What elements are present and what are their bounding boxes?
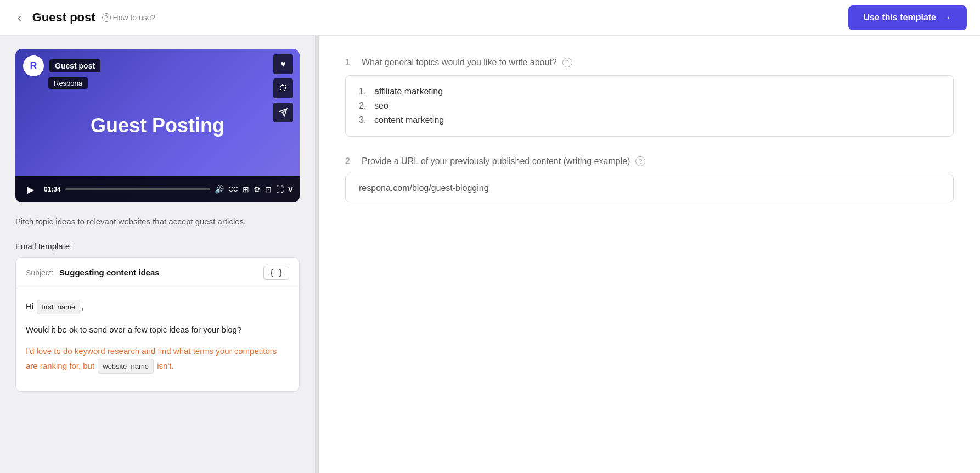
answer-num-3: 3. [359,115,370,125]
first-name-tag[interactable]: first_name [37,300,80,314]
main-layout: R Guest post Respona ♥ ⏱ Guest Posting ▶… [0,36,980,473]
email-paragraph-2: I'd love to do keyword research and find… [26,344,289,374]
question-1-text: What general topics would you like to wr… [362,58,557,67]
answer-text-2: seo [374,101,388,111]
video-time: 01:34 [44,185,61,193]
question-1-section: 1 What general topics would you like to … [345,58,954,137]
question-1-number: 1 [345,58,356,67]
greeting-comma: , [81,302,83,311]
question-1-answer-box: 1. affiliate marketing 2. seo 3. content… [345,75,954,137]
left-panel: R Guest post Respona ♥ ⏱ Guest Posting ▶… [0,36,316,473]
email-paragraph-1: Would it be ok to send over a few topic … [26,322,289,337]
email-subject-content: Subject: Suggesting content ideas [26,268,160,278]
template-description: Pitch topic ideas to relevant websites t… [15,216,300,228]
website-name-tag[interactable]: website_name [98,359,154,374]
use-template-label: Use this template [864,13,936,22]
how-to-use-link[interactable]: ? How to use? [102,13,156,22]
answer-item-3: 3. content marketing [359,115,940,125]
answer-num-1: 1. [359,87,370,97]
email-body: Hi first_name, Would it be ok to send ov… [16,288,299,392]
control-icons: 🔊 CC ⊞ ⚙ ⊡ ⛶ V [215,185,293,194]
question-2-section: 2 Provide a URL of your previously publi… [345,156,954,202]
question-2-text: Provide a URL of your previously publish… [362,156,630,166]
page-title: Guest post [32,10,95,25]
use-template-button[interactable]: Use this template → [848,5,967,30]
video-main-title: Guest Posting [91,114,224,137]
arrow-icon: → [942,12,951,24]
greeting-hi: Hi [26,302,33,311]
question-1-help-icon[interactable]: ? [562,58,572,67]
transcript-icon[interactable]: ⊞ [243,185,249,194]
variables-button[interactable]: { } [263,266,289,280]
email-greeting: Hi first_name, [26,299,289,314]
video-title-badge: Guest post [49,59,100,72]
back-button[interactable]: ‹ [13,9,26,26]
send-icon[interactable] [273,103,293,122]
answer-item-1: 1. affiliate marketing [359,87,940,97]
video-logo: R [23,55,44,76]
question-2-help-icon[interactable]: ? [635,156,645,166]
email-label: Email template: [15,241,300,251]
video-controls: ▶ 01:34 🔊 CC ⊞ ⚙ ⊡ ⛶ V [15,176,300,202]
settings-icon[interactable]: ⚙ [254,185,261,194]
email-box: Subject: Suggesting content ideas { } Hi… [15,257,300,392]
cc-icon[interactable]: CC [228,185,238,193]
question-2-url-input[interactable]: respona.com/blog/guest-blogging [345,174,954,202]
answer-text-3: content marketing [374,115,444,125]
video-thumbnail: R Guest post Respona ♥ ⏱ Guest Posting ▶… [15,49,300,202]
answer-item-2: 2. seo [359,101,940,111]
subject-label: Subject: [26,268,54,277]
subject-value: Suggesting content ideas [59,268,160,277]
question-2-header: 2 Provide a URL of your previously publi… [345,156,954,166]
vimeo-icon[interactable]: V [288,185,293,194]
email-subject-row: Subject: Suggesting content ideas { } [16,258,299,288]
answer-text-1: affiliate marketing [374,87,443,97]
pip-icon[interactable]: ⊡ [265,185,272,194]
help-icon: ? [102,13,111,22]
answer-num-2: 2. [359,101,370,111]
right-panel: 1 What general topics would you like to … [319,36,980,473]
how-to-use-label: How to use? [113,13,156,22]
video-top-bar: R Guest post [15,49,300,83]
progress-bar[interactable] [65,188,211,190]
header-left: ‹ Guest post ? How to use? [13,9,155,26]
header: ‹ Guest post ? How to use? Use this temp… [0,0,980,36]
question-2-number: 2 [345,156,356,166]
paragraph2-after: isn't. [157,361,173,370]
question-1-header: 1 What general topics would you like to … [345,58,954,67]
play-button[interactable]: ▶ [22,181,40,198]
volume-icon[interactable]: 🔊 [215,185,224,194]
fullscreen-icon[interactable]: ⛶ [276,185,284,194]
